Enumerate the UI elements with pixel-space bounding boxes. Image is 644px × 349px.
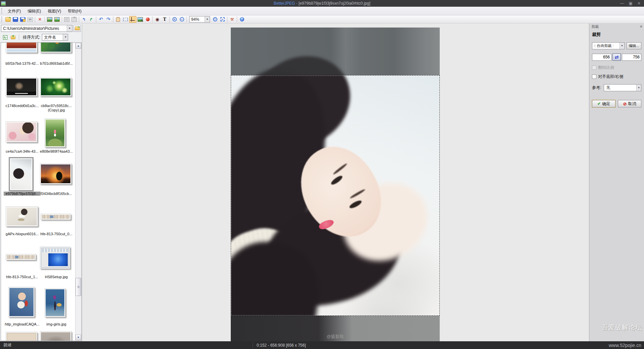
text-tool-button[interactable]	[161, 16, 168, 23]
thumbnail-label[interactable]: c1748cedd0d1a3c...	[4, 104, 41, 108]
thumbnail-label[interactable]: cb8ac97c59518c...	[38, 104, 75, 108]
email-button[interactable]	[26, 16, 34, 23]
preview-button[interactable]	[154, 16, 161, 23]
menu-help[interactable]: 帮助(H)	[64, 7, 85, 15]
settings-button[interactable]	[228, 16, 236, 23]
thumbnail-label[interactable]: ce4a7ca4-34fe-43...	[4, 149, 41, 153]
zoom-actual-button[interactable]: ∷	[211, 16, 219, 23]
thumbnail[interactable]	[6, 42, 37, 53]
open-button[interactable]	[4, 16, 12, 23]
align-bottom-right-checkbox[interactable]	[592, 74, 596, 79]
crop-selection-rect[interactable]	[231, 75, 440, 316]
redo-button[interactable]	[105, 16, 112, 23]
photo-view[interactable]: @摄影玖	[231, 28, 440, 341]
scroll-down-icon[interactable]: ▼	[75, 335, 81, 340]
select-tool-button[interactable]	[122, 16, 129, 23]
thumbnail[interactable]	[40, 42, 71, 53]
thumbnail-label[interactable]: HS8Setup.jpg	[38, 275, 75, 279]
sort-separator	[19, 34, 19, 40]
scroll-up-icon[interactable]: ▲	[75, 43, 81, 49]
toolbar-separator	[79, 16, 79, 22]
thumbnail[interactable]	[40, 78, 71, 96]
menu-edit[interactable]: 编辑(E)	[24, 7, 44, 15]
thumbnail[interactable]	[40, 163, 71, 184]
thumbnail[interactable]	[6, 206, 38, 227]
thumbnail[interactable]	[6, 78, 37, 96]
redeye-tool-button[interactable]	[144, 16, 151, 23]
thumbnail-label[interactable]: e808e989f74aa43...	[38, 149, 75, 153]
crop-height-input[interactable]	[622, 54, 641, 61]
cancel-button[interactable]: ⊘ 取消	[618, 100, 641, 107]
toolbar-separator	[35, 16, 35, 22]
image-edit-icon	[138, 17, 143, 22]
thumbnail-label[interactable]: http_imgloadCAQA...	[4, 322, 41, 326]
thumbnail-scrollbar[interactable]: ▲ ▼	[75, 43, 81, 340]
thumbnail-label[interactable]: hfe-813-750cut_1...	[4, 275, 41, 279]
pan-tool-button[interactable]	[114, 16, 122, 23]
thumbnail[interactable]	[8, 287, 35, 317]
crop-section-title: 裁剪	[592, 32, 641, 38]
ok-button[interactable]: ✔ 确定	[592, 100, 615, 107]
crop-mode-select[interactable]: :: 自由剪裁 : ▼	[592, 42, 625, 49]
crop-width-input[interactable]	[592, 54, 611, 61]
thumbnail-label[interactable]: b5f1b7bd-1379-42...	[4, 61, 41, 65]
zoom-in-button[interactable]: +	[171, 16, 178, 23]
zoom-level-select[interactable]: 94% ▼	[189, 16, 210, 22]
swap-dimensions-button[interactable]: ⇄	[612, 53, 621, 61]
thumbnail[interactable]	[40, 247, 70, 269]
menu-file[interactable]: 文件(F)	[4, 7, 24, 15]
help-button[interactable]: ?	[238, 16, 246, 23]
forum-watermark: 吾爱破解论坛	[602, 323, 642, 332]
thumbnail-label[interactable]: (Copy).jpg	[38, 108, 75, 112]
zoom-out-button[interactable]: −	[178, 16, 185, 23]
thumbnail-label[interactable]: img-girls.jpg	[38, 322, 75, 326]
image-canvas[interactable]: @摄影玖	[82, 23, 589, 341]
refresh-button[interactable]: ↻	[2, 34, 8, 41]
rotate-left-button[interactable]	[80, 16, 88, 23]
align-bottom-right-option[interactable]: 对齐底部/右侧	[592, 74, 641, 80]
path-select[interactable]: C:\Users\Administrator\Pictures ▼	[1, 25, 72, 32]
thumbnail-selected[interactable]	[10, 158, 33, 190]
thumbnail[interactable]	[41, 214, 71, 220]
scrollbar-thumb[interactable]	[75, 278, 81, 296]
browse-folder-button[interactable]	[73, 25, 81, 32]
chevron-down-icon[interactable]: ▼	[63, 34, 68, 40]
thumbnail[interactable]	[6, 121, 37, 142]
chevron-down-icon[interactable]: ▼	[636, 85, 641, 91]
edit-presets-button[interactable]: 编辑...	[627, 42, 641, 49]
prev-image-button[interactable]	[46, 16, 53, 23]
toolbar-separator	[96, 16, 96, 22]
paste-button[interactable]	[70, 16, 78, 23]
delete-button[interactable]	[36, 16, 44, 23]
next-image-button[interactable]	[53, 16, 61, 23]
chevron-down-icon[interactable]: ▼	[205, 16, 210, 22]
thumbnail[interactable]	[40, 331, 71, 341]
thumbnail-label[interactable]: hfe-813-750cut_0...	[38, 232, 75, 236]
chevron-down-icon[interactable]: ▼	[67, 25, 72, 32]
reference-select[interactable]: 无 ▼	[604, 84, 641, 91]
folder-up-button[interactable]	[10, 34, 16, 41]
thumbnail-label-selected[interactable]: e979b879jw1f33j9...	[4, 192, 41, 196]
crop-tool-button[interactable]	[129, 16, 137, 23]
undo-button[interactable]	[97, 16, 105, 23]
menu-view[interactable]: 视图(V)	[44, 7, 64, 15]
thumbnail-label[interactable]: b701c8693ab1d5f...	[38, 61, 75, 65]
thumbnail-label[interactable]: f3434bcb8f165cb...	[38, 192, 75, 196]
eye-icon	[155, 17, 160, 22]
toolbar-separator	[45, 16, 45, 22]
panel-close-icon[interactable]: ✕	[640, 24, 643, 29]
redo-icon	[106, 17, 111, 22]
thumbnail[interactable]	[6, 332, 37, 341]
chevron-down-icon[interactable]: ▼	[620, 43, 624, 49]
zoom-fit-button[interactable]: ⌕	[219, 16, 226, 23]
save-as-button[interactable]	[19, 16, 26, 23]
rotate-right-button[interactable]	[88, 16, 95, 23]
thumbnail-label[interactable]: gAPx-hiixpun6016...	[4, 232, 41, 236]
adjust-tool-button[interactable]	[137, 16, 144, 23]
thumbnail[interactable]	[45, 118, 65, 147]
sort-by-select[interactable]: 文件名 ▼	[42, 34, 68, 41]
copy-button[interactable]	[63, 16, 70, 23]
thumbnail[interactable]	[6, 254, 36, 260]
save-button[interactable]	[12, 16, 19, 23]
thumbnail[interactable]	[45, 288, 65, 317]
